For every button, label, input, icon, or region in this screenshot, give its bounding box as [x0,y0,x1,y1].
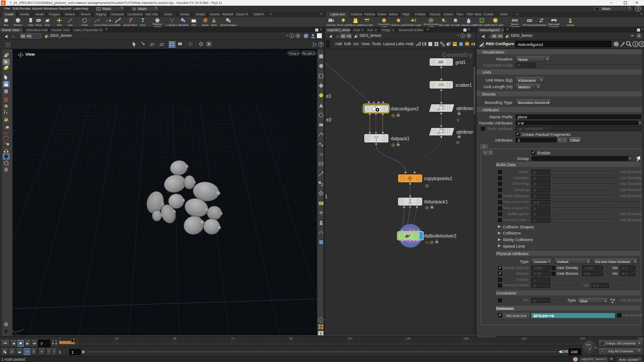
svg-text:rbdunpack1: rbdunpack1 [424,199,448,204]
svg-text:v: v [457,117,459,122]
svg-text:attribran: attribran [456,106,473,111]
svg-text:scatter1: scatter1 [455,82,472,88]
svg-text:?: ? [640,42,643,46]
svg-text:copytopoints1: copytopoints1 [424,176,452,181]
svg-text:e1: e1 [326,93,331,99]
svg-text:Geometry: Geometry [442,51,473,58]
svg-text:x: x [23,328,24,330]
svg-text:e2: e2 [326,117,331,122]
svg-text:grid1: grid1 [455,60,466,65]
svg-text:T: T [141,18,145,23]
svg-text:12: 12 [319,153,323,156]
svg-text:rbdbulletsolver2: rbdbulletsolver2 [424,233,456,238]
svg-text:rbdconfigure2: rbdconfigure2 [391,106,419,111]
svg-text:attribran: attribran [456,129,473,135]
svg-text:1: 1 [325,194,327,199]
svg-text:w: w [456,140,460,145]
svg-text:i: i [635,42,636,46]
svg-text:rbdpack1: rbdpack1 [391,136,409,141]
